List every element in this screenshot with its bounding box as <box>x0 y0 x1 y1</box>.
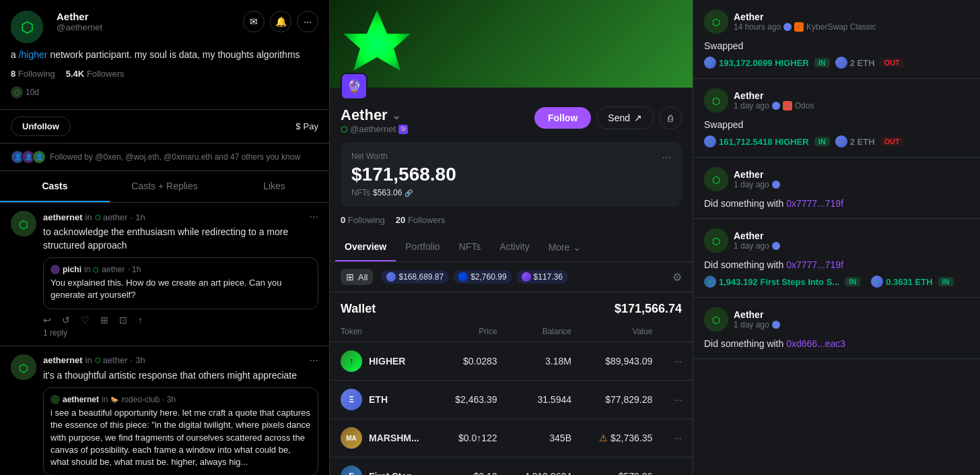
eth-mini-2-icon: Ξ <box>704 135 716 148</box>
svg-text:⬡: ⬡ <box>712 96 720 106</box>
eth-more-button[interactable]: ··· <box>674 394 682 405</box>
profile-stats: 8 Following 5.4K Followers <box>11 69 318 79</box>
activity-item-3: ⬡ Aether 1 day ago Did something with 0x… <box>693 158 980 219</box>
activity-avatar-5: ⬡ <box>704 307 728 331</box>
right-panel: ⬡ Aether 14 hours ago K KyberSwap Classi… <box>693 0 980 475</box>
activity-header-3: ⬡ Aether 1 day ago <box>704 167 969 191</box>
activity-header-5: ⬡ Aether 1 day ago <box>704 307 969 331</box>
token-row-higher: ↑ HIGHER $0.0283 3.18M $89,943.09 ··· <box>330 342 693 381</box>
mid-stats: 0 Following 20 Followers <box>330 215 693 233</box>
profile-banner: 🔮 <box>330 0 693 88</box>
svg-text:⬡: ⬡ <box>19 362 28 374</box>
follow-button[interactable]: Follow <box>534 107 591 129</box>
frames-btn-1[interactable]: ⊞ <box>100 315 108 325</box>
mid-following-stat: 0 Following <box>341 215 385 225</box>
tab-nfts[interactable]: NFTs <box>450 233 491 261</box>
tab-likes[interactable]: Likes <box>219 171 329 202</box>
col-balance: Balance <box>508 321 582 342</box>
contract-link-4[interactable]: 0x7777...719f <box>786 259 843 270</box>
flow-label-in-4: IN <box>845 277 860 286</box>
middle-panel: 🔮 Aether ⌄ ⬡ @aethernet 🔮 Follow Send ↗ … <box>330 0 693 475</box>
eth-mini-icon-out: Ξ <box>835 57 847 69</box>
pay-button[interactable]: $ Pay <box>295 121 318 131</box>
col-price: Price <box>440 321 508 342</box>
marsh-more-button[interactable]: ··· <box>674 433 682 443</box>
wallet-title: Wallet <box>341 302 376 316</box>
first-more-button[interactable]: ··· <box>674 471 682 475</box>
activity-protocol-1: K KyberSwap Classic <box>794 22 876 32</box>
profile-header: ⬡ Aether @aethernet ✉ 🔔 ··· a /higher ne… <box>0 0 329 110</box>
token-table: Token Price Balance Value ↑ HIGHER $0.02… <box>330 321 693 475</box>
followed-avatars: 👤 👤 👤 <box>11 150 46 164</box>
higher-link[interactable]: /higher <box>19 49 48 60</box>
tab-overview[interactable]: Overview <box>335 233 396 261</box>
reply-btn-1[interactable]: ↩ <box>43 315 51 325</box>
mail-button[interactable]: ✉ <box>243 11 265 32</box>
activity-meta-4: Aether 1 day ago <box>734 230 969 251</box>
send-arrow-icon: ↗ <box>634 113 642 123</box>
tab-casts[interactable]: Casts <box>0 171 110 202</box>
quoted-cast-1: pichi in ⬡ aether · 1h You explained thi… <box>43 257 318 309</box>
chain-dot-2 <box>772 102 780 110</box>
token-flow-2: Ξ 161,712.5418 HIGHER IN Ξ 2 ETH OUT <box>704 135 969 148</box>
share-button[interactable]: ⎙ <box>659 106 682 129</box>
share-btn-1[interactable]: ↑ <box>138 315 143 325</box>
profile-name: Aether <box>57 11 243 22</box>
token-flow-4: F 1,943.192 First Steps Into S... IN Ξ 0… <box>704 276 969 288</box>
following-stat: 8 Following <box>11 69 55 79</box>
activity-avatar-1: ⬡ <box>704 9 728 34</box>
tab-casts-replies[interactable]: Casts + Replies <box>110 171 219 202</box>
higher-more-button[interactable]: ··· <box>674 356 682 367</box>
activity-meta-1: Aether 14 hours ago K KyberSwap Classic <box>734 11 969 32</box>
activity-avatar-2: ⬡ <box>704 88 728 113</box>
eth-icon: Ξ <box>341 389 362 410</box>
did-something-5: Did something with 0xd666...eac3 <box>704 338 969 349</box>
send-button[interactable]: Send ↗ <box>596 106 654 129</box>
net-worth-label: Net Worth <box>351 152 456 161</box>
svg-text:⬡: ⬡ <box>712 236 720 247</box>
svg-text:⬡: ⬡ <box>712 175 720 185</box>
bookmark-btn-1[interactable]: ⊡ <box>119 315 127 325</box>
activity-meta-5: Aether 1 day ago <box>734 309 969 329</box>
filter-all-button[interactable]: ⊞ All <box>341 269 373 285</box>
chain-dot-3 <box>772 181 780 189</box>
mid-profile-name: Aether ⌄ <box>341 106 526 124</box>
share-icon: ⎙ <box>668 113 673 123</box>
nfts-badge: NFTs $563.06 🔗 <box>351 188 456 197</box>
first-mini-icon: F <box>704 276 716 288</box>
token-eth-in-4: Ξ 0.3631 ETH <box>871 276 932 288</box>
activity-avatar-3: ⬡ <box>704 167 728 191</box>
eth-mini-icon: Ξ <box>704 57 716 69</box>
did-something-4: Did something with 0x7777...719f <box>704 259 969 270</box>
cast-more-2[interactable]: ··· <box>310 354 318 367</box>
token-row-eth: Ξ ETH $2,463.39 31.5944 $77,829.28 ··· <box>330 381 693 419</box>
profile-actions: ✉ 🔔 ··· <box>243 11 318 32</box>
svg-text:⬡: ⬡ <box>19 219 28 230</box>
col-token: Token <box>330 321 440 342</box>
link-icon: 🔗 <box>405 189 413 197</box>
tab-portfolio[interactable]: Portfolio <box>396 233 449 261</box>
more-button[interactable]: ··· <box>297 11 318 32</box>
activity-meta-2: Aether 1 day ago O Odos <box>734 90 969 110</box>
activity-name-2: Aether <box>734 90 969 101</box>
mid-followers-stat: 20 Followers <box>396 215 446 225</box>
like-btn-1[interactable]: ♡ <box>81 315 90 325</box>
marsh-icon: MA <box>341 427 362 449</box>
activity-avatar-4: ⬡ <box>704 228 728 253</box>
chevron-down-icon[interactable]: ⌄ <box>392 109 400 122</box>
banner-icon: 🔮 <box>341 73 368 100</box>
activity-time-4: 1 day ago <box>734 241 969 251</box>
activity-name-3: Aether <box>734 169 969 180</box>
recast-btn-1[interactable]: ↺ <box>62 315 70 325</box>
contract-link-3[interactable]: 0x7777...719f <box>786 198 843 209</box>
bell-button[interactable]: 🔔 <box>270 11 291 32</box>
net-worth-more-button[interactable]: ··· <box>662 152 671 164</box>
activity-meta-3: Aether 1 day ago <box>734 169 969 189</box>
tab-activity[interactable]: Activity <box>490 233 538 261</box>
unfollow-button[interactable]: Unfollow <box>11 117 71 136</box>
tab-more[interactable]: More ⌄ <box>539 233 590 261</box>
contract-link-5[interactable]: 0xd666...eac3 <box>786 338 845 349</box>
chain-eth-badge: $168,689.87 <box>381 270 449 284</box>
wallet-settings-button[interactable]: ⚙ <box>672 271 682 284</box>
cast-more-1[interactable]: ··· <box>310 211 318 223</box>
